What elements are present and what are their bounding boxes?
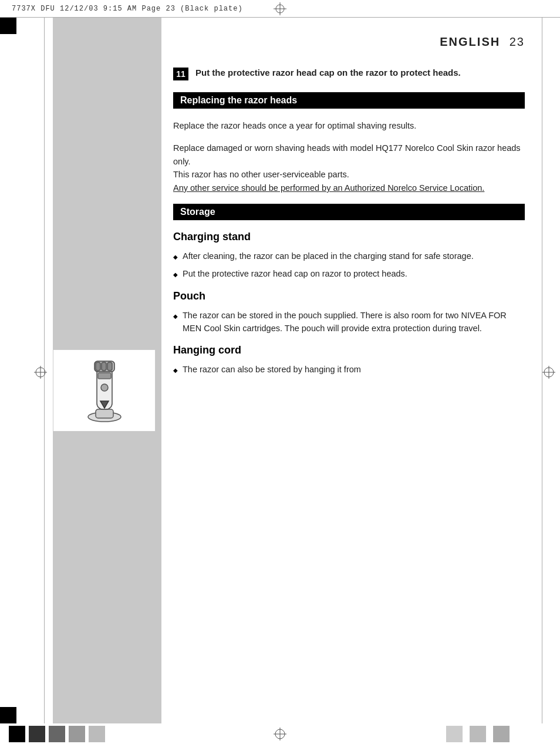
bottom-sq-darkgray xyxy=(29,726,45,742)
step-11: 11 Put the protective razor head cap on … xyxy=(173,66,525,80)
svg-point-16 xyxy=(101,384,108,391)
bottom-sq-vlightgray xyxy=(89,726,105,742)
bullet-icon: ◆ xyxy=(173,312,178,321)
bottom-bar xyxy=(0,723,560,744)
step-text: Put the protective razor head cap on the… xyxy=(195,66,461,79)
header-text: 7737X DFU 12/12/03 9:15 AM Page 23 (Blac… xyxy=(12,5,243,13)
list-item: ◆ After cleaning, the razor can be place… xyxy=(173,250,525,263)
svg-rect-13 xyxy=(96,362,100,371)
language-label: ENGLISH xyxy=(440,35,500,48)
svg-rect-10 xyxy=(96,409,113,418)
header-crosshair-icon xyxy=(274,2,286,15)
list-item: ◆ Put the protective razor head cap on r… xyxy=(173,268,525,281)
bottom-crosshair-icon xyxy=(274,728,286,740)
page-number: 23 xyxy=(510,35,525,48)
reg-mark-right xyxy=(542,366,555,379)
svg-rect-18 xyxy=(98,373,111,379)
section-razor-heads-title: Replacing the razor heads xyxy=(173,92,525,109)
corner-mark-tl xyxy=(0,18,16,34)
bullet-icon: ◆ xyxy=(173,270,178,279)
corner-mark-bl xyxy=(0,707,16,723)
svg-rect-15 xyxy=(107,362,112,371)
razor-illustration xyxy=(78,355,131,426)
razor-heads-para1: Replace the razor heads once a year for … xyxy=(173,119,525,132)
razor-image xyxy=(53,349,156,432)
charging-stand-title: Charging stand xyxy=(173,231,525,243)
bullet-icon: ◆ xyxy=(173,366,178,375)
section-storage-title: Storage xyxy=(173,204,525,220)
pouch-title: Pouch xyxy=(173,290,525,302)
razor-heads-para3-normal: This razor has no other user-serviceable… xyxy=(173,170,349,179)
list-item: ◆ The razor can also be stored by hangin… xyxy=(173,363,525,376)
bottom-sq-r1 xyxy=(446,726,463,742)
charging-stand-list: ◆ After cleaning, the razor can be place… xyxy=(173,250,525,281)
bottom-sq-r3 xyxy=(493,726,510,742)
svg-rect-14 xyxy=(102,362,106,371)
bullet-icon: ◆ xyxy=(173,253,178,261)
page-header: ENGLISH 23 xyxy=(173,35,525,49)
hanging-cord-list: ◆ The razor can also be stored by hangin… xyxy=(173,363,525,376)
hanging-cord-title: Hanging cord xyxy=(173,344,525,356)
razor-heads-para2: Replace damaged or worn shaving heads wi… xyxy=(173,142,525,194)
main-content: ENGLISH 23 11 Put the protective razor h… xyxy=(161,18,537,723)
bottom-sq-medgray xyxy=(49,726,65,742)
razor-heads-para3-underline: Any other service should be performed by… xyxy=(173,183,484,193)
bottom-sq-r2 xyxy=(470,726,486,742)
header-bar: 7737X DFU 12/12/03 9:15 AM Page 23 (Blac… xyxy=(0,0,560,18)
reg-mark-left xyxy=(34,366,47,379)
bottom-sq-black xyxy=(9,726,25,742)
pouch-list: ◆ The razor can be stored in the pouch s… xyxy=(173,309,525,335)
bottom-sq-lightgray xyxy=(69,726,85,742)
list-item: ◆ The razor can be stored in the pouch s… xyxy=(173,309,525,335)
step-number: 11 xyxy=(173,68,188,80)
